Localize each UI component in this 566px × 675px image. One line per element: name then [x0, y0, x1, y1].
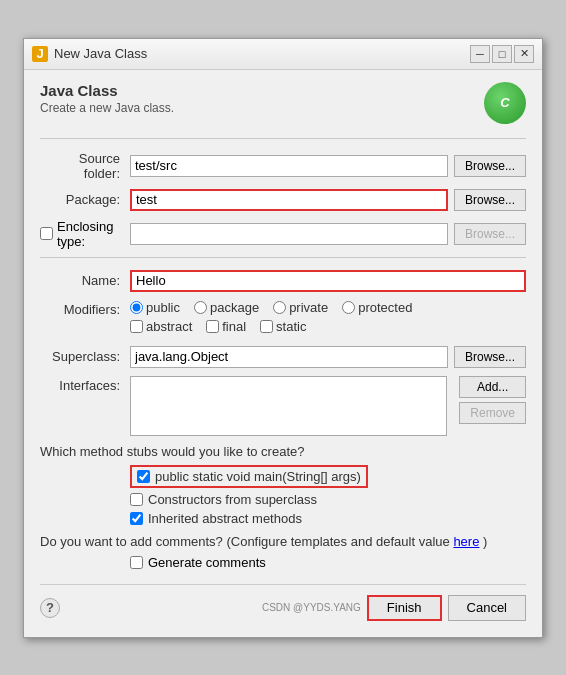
footer: ? CSDN @YYDS.YANG Finish Cancel: [40, 584, 526, 621]
comments-section: Do you want to add comments? (Configure …: [40, 534, 526, 570]
modifier-package-radio[interactable]: [194, 301, 207, 314]
modifiers-row: Modifiers: public package private: [40, 300, 526, 338]
header-section: Java Class Create a new Java class. C: [40, 82, 526, 124]
modifier-public-label: public: [146, 300, 180, 315]
header-separator: [40, 138, 526, 139]
package-label: Package:: [40, 192, 130, 207]
stub-inherited-row: Inherited abstract methods: [130, 511, 526, 526]
enclosing-type-row: Enclosing type: Browse...: [40, 219, 526, 249]
eclipse-logo: C: [484, 82, 526, 124]
modifier-public-radio[interactable]: [130, 301, 143, 314]
modifier-static-checkbox[interactable]: [260, 320, 273, 333]
superclass-input[interactable]: [130, 346, 448, 368]
modifier-private: private: [273, 300, 328, 315]
dialog-title: Java Class: [40, 82, 174, 99]
modifier-final-label: final: [222, 319, 246, 334]
modifier-final-checkbox[interactable]: [206, 320, 219, 333]
generate-comments-row: Generate comments: [130, 555, 526, 570]
stub-inherited-checkbox[interactable]: [130, 512, 143, 525]
stub-main-row: public static void main(String[] args): [130, 465, 368, 488]
interfaces-list: [130, 376, 447, 436]
modifier-abstract-checkbox[interactable]: [130, 320, 143, 333]
interfaces-remove-button: Remove: [459, 402, 526, 424]
source-folder-input[interactable]: [130, 155, 448, 177]
dialog-content: Java Class Create a new Java class. C So…: [24, 70, 542, 637]
title-bar: J New Java Class ─ □ ✕: [24, 39, 542, 70]
source-folder-label: Source folder:: [40, 151, 130, 181]
stub-constructors-label: Constructors from superclass: [148, 492, 317, 507]
title-bar-buttons: ─ □ ✕: [470, 45, 534, 63]
window-icon: J: [32, 46, 48, 62]
main-window: J New Java Class ─ □ ✕ Java Class Create…: [23, 38, 543, 638]
source-folder-browse-button[interactable]: Browse...: [454, 155, 526, 177]
package-row: Package: Browse...: [40, 189, 526, 211]
name-input[interactable]: [130, 270, 526, 292]
window-title: New Java Class: [54, 46, 147, 61]
modifiers-label: Modifiers:: [40, 300, 130, 317]
generate-comments-checkbox[interactable]: [130, 556, 143, 569]
stub-inherited-label: Inherited abstract methods: [148, 511, 302, 526]
interfaces-add-button[interactable]: Add...: [459, 376, 526, 398]
cancel-button[interactable]: Cancel: [448, 595, 526, 621]
modifier-abstract-label: abstract: [146, 319, 192, 334]
modifiers-content: public package private protected: [130, 300, 526, 338]
enclosing-type-browse-button: Browse...: [454, 223, 526, 245]
modifier-package: package: [194, 300, 259, 315]
finish-button[interactable]: Finish: [367, 595, 442, 621]
modifier-private-label: private: [289, 300, 328, 315]
comments-question: Do you want to add comments? (Configure …: [40, 534, 526, 549]
modifier-public: public: [130, 300, 180, 315]
modifier-package-label: package: [210, 300, 259, 315]
modifiers-checkbox-line: abstract final static: [130, 319, 526, 334]
watermark: CSDN @YYDS.YANG: [262, 602, 361, 613]
superclass-browse-button[interactable]: Browse...: [454, 346, 526, 368]
interfaces-label: Interfaces:: [40, 376, 130, 393]
modifier-static-label: static: [276, 319, 306, 334]
modifiers-radio-line: public package private protected: [130, 300, 526, 315]
modifier-protected: protected: [342, 300, 412, 315]
comments-link[interactable]: here: [453, 534, 479, 549]
interfaces-buttons: Add... Remove: [453, 376, 526, 424]
enclosing-type-label: Enclosing type:: [57, 219, 120, 249]
superclass-row: Superclass: Browse...: [40, 346, 526, 368]
interfaces-row: Interfaces: Add... Remove: [40, 376, 526, 436]
source-folder-row: Source folder: Browse...: [40, 151, 526, 181]
bottom-buttons: CSDN @YYDS.YANG Finish Cancel: [262, 595, 526, 621]
stub-main-checkbox[interactable]: [137, 470, 150, 483]
title-bar-left: J New Java Class: [32, 46, 147, 62]
stub-constructors-checkbox[interactable]: [130, 493, 143, 506]
enclosing-type-checkbox[interactable]: [40, 227, 53, 240]
maximize-button[interactable]: □: [492, 45, 512, 63]
help-button[interactable]: ?: [40, 598, 60, 618]
modifier-final: final: [206, 319, 246, 334]
stubs-section: Which method stubs would you like to cre…: [40, 444, 526, 526]
generate-comments-label: Generate comments: [148, 555, 266, 570]
modifier-protected-radio[interactable]: [342, 301, 355, 314]
package-browse-button[interactable]: Browse...: [454, 189, 526, 211]
enclosing-type-input[interactable]: [130, 223, 448, 245]
stub-constructors-row: Constructors from superclass: [130, 492, 526, 507]
minimize-button[interactable]: ─: [470, 45, 490, 63]
superclass-label: Superclass:: [40, 349, 130, 364]
modifier-protected-label: protected: [358, 300, 412, 315]
modifier-abstract: abstract: [130, 319, 192, 334]
name-row: Name:: [40, 270, 526, 292]
package-input[interactable]: [130, 189, 448, 211]
close-button[interactable]: ✕: [514, 45, 534, 63]
name-label: Name:: [40, 273, 130, 288]
modifier-static: static: [260, 319, 306, 334]
dialog-subtitle: Create a new Java class.: [40, 101, 174, 115]
modifier-private-radio[interactable]: [273, 301, 286, 314]
stubs-question: Which method stubs would you like to cre…: [40, 444, 304, 459]
stub-main-label: public static void main(String[] args): [155, 469, 361, 484]
header-text: Java Class Create a new Java class.: [40, 82, 174, 115]
fields-separator: [40, 257, 526, 258]
